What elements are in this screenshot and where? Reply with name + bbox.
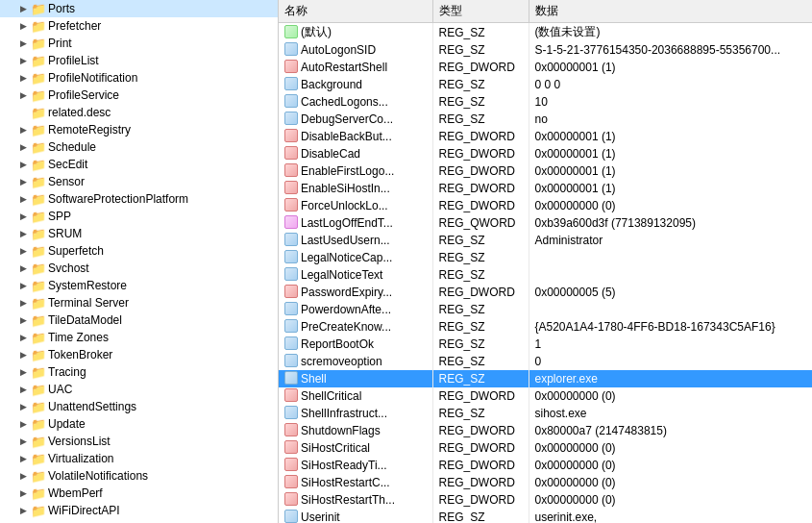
registry-row-autorestartshell[interactable]: AutoRestartShellREG_DWORD0x00000001 (1) bbox=[279, 59, 812, 76]
tree-expander-wbemperf[interactable]: ▶ bbox=[15, 486, 31, 501]
tree-expander-volatilenotifications[interactable]: ▶ bbox=[15, 468, 31, 484]
tree-item-superfetch[interactable]: ▶📁Superfetch bbox=[0, 242, 278, 260]
tree-item-secedit[interactable]: ▶📁SecEdit bbox=[0, 156, 278, 173]
tree-expander-profilenotification[interactable]: ▶ bbox=[15, 70, 31, 86]
tree-item-uac[interactable]: ▶📁UAC bbox=[0, 381, 278, 398]
tree-item-prefetcher[interactable]: ▶📁Prefetcher bbox=[0, 17, 278, 35]
tree-expander-wifidirectapi[interactable]: ▶ bbox=[15, 503, 31, 518]
tree-item-schedule[interactable]: ▶📁Schedule bbox=[0, 138, 278, 156]
tree-expander-tiledatamodel[interactable]: ▶ bbox=[15, 312, 31, 328]
registry-row-sihostreadyti[interactable]: SiHostReadyTi...REG_DWORD0x00000000 (0) bbox=[279, 457, 812, 474]
tree-item-timezones[interactable]: ▶📁Time Zones bbox=[0, 329, 278, 346]
tree-item-tiledatamodel[interactable]: ▶📁TileDataModel bbox=[0, 311, 278, 329]
tree-item-wifidirectapi[interactable]: ▶📁WiFiDirectAPI bbox=[0, 502, 278, 519]
tree-expander-terminalserver[interactable]: ▶ bbox=[15, 295, 31, 311]
tree-expander-ports[interactable]: ▶ bbox=[15, 1, 31, 16]
registry-row-legalnoticetext[interactable]: LegalNoticeTextREG_SZ bbox=[279, 266, 812, 284]
tree-expander-softwareprotectionplatform[interactable]: ▶ bbox=[15, 191, 31, 207]
tree-item-unattendsettings[interactable]: ▶📁UnattendSettings bbox=[0, 398, 278, 415]
tree-item-virtualization[interactable]: ▶📁Virtualization bbox=[0, 450, 278, 467]
tree-item-profilenotification[interactable]: ▶📁ProfileNotification bbox=[0, 69, 278, 87]
tree-label-secedit: SecEdit bbox=[48, 158, 87, 171]
registry-row-lastlogoffendt[interactable]: LastLogOffEndT...REG_QWORD0xb39a600d3f (… bbox=[279, 214, 812, 232]
registry-row-disablecad[interactable]: DisableCadREG_DWORD0x00000001 (1) bbox=[279, 145, 812, 162]
tree-item-print[interactable]: ▶📁Print bbox=[0, 35, 278, 52]
registry-row-cachedlogons[interactable]: CachedLogons...REG_SZ10 bbox=[279, 93, 812, 111]
registry-row-sihostrestartth[interactable]: SiHostRestartTh...REG_DWORD0x00000000 (0… bbox=[279, 491, 812, 509]
tree-item-profilelist[interactable]: ▶📁ProfileList bbox=[0, 52, 278, 69]
tree-expander-schedule[interactable]: ▶ bbox=[15, 139, 31, 155]
registry-row-enablefirstlogo[interactable]: EnableFirstLogo...REG_DWORD0x00000001 (1… bbox=[279, 162, 812, 180]
tree-expander-systemrestore[interactable]: ▶ bbox=[15, 278, 31, 293]
registry-cell-value-disablebackbut: 0x00000001 (1) bbox=[529, 128, 812, 145]
tree-expander-print[interactable]: ▶ bbox=[15, 36, 31, 51]
column-header-value[interactable]: 数据 bbox=[529, 0, 812, 23]
tree-item-tokenbroker[interactable]: ▶📁TokenBroker bbox=[0, 346, 278, 363]
tree-expander-superfetch[interactable]: ▶ bbox=[15, 243, 31, 259]
registry-icon-sz-precreateknow bbox=[284, 319, 298, 333]
registry-row-autologonsid[interactable]: AutoLogonSIDREG_SZS-1-5-21-3776154350-20… bbox=[279, 41, 812, 59]
tree-label-tokenbroker: TokenBroker bbox=[48, 348, 112, 361]
tree-expander-versionslist[interactable]: ▶ bbox=[15, 434, 31, 449]
tree-item-tracing[interactable]: ▶📁Tracing bbox=[0, 363, 278, 381]
registry-row-disablebackbut[interactable]: DisableBackBut...REG_DWORD0x00000001 (1) bbox=[279, 128, 812, 145]
registry-row-sihostrestartc[interactable]: SiHostRestartC...REG_DWORD0x00000000 (0) bbox=[279, 474, 812, 491]
column-header-type[interactable]: 类型 bbox=[432, 0, 529, 23]
tree-expander-tracing[interactable]: ▶ bbox=[15, 364, 31, 380]
registry-row-userinit[interactable]: UserinitREG_SZuserinit.exe, bbox=[279, 509, 812, 523]
tree-expander-prefetcher[interactable]: ▶ bbox=[15, 18, 31, 34]
tree-item-terminalserver[interactable]: ▶📁Terminal Server bbox=[0, 294, 278, 311]
tree-item-versionslist[interactable]: ▶📁VersionsList bbox=[0, 433, 278, 450]
registry-row-lastusedusern[interactable]: LastUsedUsern...REG_SZAdministrator bbox=[279, 232, 812, 249]
tree-expander-uac[interactable]: ▶ bbox=[15, 382, 31, 397]
registry-row-powerdownafte[interactable]: PowerdownAfte...REG_SZ bbox=[279, 301, 812, 318]
tree-item-systemrestore[interactable]: ▶📁SystemRestore bbox=[0, 277, 278, 294]
tree-expander-srum[interactable]: ▶ bbox=[15, 226, 31, 241]
tree-expander-spp[interactable]: ▶ bbox=[15, 209, 31, 224]
tree-expander-tokenbroker[interactable]: ▶ bbox=[15, 347, 31, 362]
tree-expander-virtualization[interactable]: ▶ bbox=[15, 451, 31, 466]
tree-item-volatilenotifications[interactable]: ▶📁VolatileNotifications bbox=[0, 467, 278, 485]
tree-expander-sensor[interactable]: ▶ bbox=[15, 174, 31, 189]
tree-item-windows[interactable]: ▶📁Windows bbox=[0, 519, 278, 523]
tree-expander-svchost[interactable]: ▶ bbox=[15, 261, 31, 276]
tree-expander-update[interactable]: ▶ bbox=[15, 416, 31, 432]
tree-expander-profilelist[interactable]: ▶ bbox=[15, 53, 31, 68]
tree-item-srum[interactable]: ▶📁SRUM bbox=[0, 225, 278, 242]
registry-row-passwordexpiry[interactable]: PasswordExpiry...REG_DWORD0x00000005 (5) bbox=[279, 284, 812, 301]
registry-row-enablesilostin[interactable]: EnableSiHostIn...REG_DWORD0x00000001 (1) bbox=[279, 180, 812, 197]
registry-row-background[interactable]: BackgroundREG_SZ0 0 0 bbox=[279, 76, 812, 93]
registry-cell-type-sihostcritical: REG_DWORD bbox=[432, 439, 529, 457]
tree-item-softwareprotectionplatform[interactable]: ▶📁SoftwareProtectionPlatform bbox=[0, 190, 278, 208]
registry-tree[interactable]: ▶📁Ports▶📁Prefetcher▶📁Print▶📁ProfileList▶… bbox=[0, 0, 279, 523]
registry-row-shellinfrastruc[interactable]: ShellInfrastruct...REG_SZsihost.exe bbox=[279, 405, 812, 422]
registry-row-sihostcritical[interactable]: SiHostCriticalREG_DWORD0x00000000 (0) bbox=[279, 439, 812, 457]
registry-row-shutdownflags[interactable]: ShutdownFlagsREG_DWORD0x80000a7 (2147483… bbox=[279, 422, 812, 439]
column-header-name[interactable]: 名称 bbox=[279, 0, 432, 23]
tree-expander-unattendsettings[interactable]: ▶ bbox=[15, 399, 31, 414]
registry-row-reportbootok[interactable]: ReportBootOkREG_SZ1 bbox=[279, 336, 812, 353]
tree-item-spp[interactable]: ▶📁SPP bbox=[0, 208, 278, 225]
tree-expander-profileservice[interactable]: ▶ bbox=[15, 87, 31, 103]
tree-item-ports[interactable]: ▶📁Ports bbox=[0, 0, 278, 17]
registry-row-shellcritical[interactable]: ShellCriticalREG_DWORD0x00000000 (0) bbox=[279, 387, 812, 405]
tree-item-remoteregistry[interactable]: ▶📁RemoteRegistry bbox=[0, 121, 278, 138]
registry-row-scremoveoption[interactable]: scremoveoptionREG_SZ0 bbox=[279, 353, 812, 370]
tree-item-wbemperf[interactable]: ▶📁WbemPerf bbox=[0, 485, 278, 502]
tree-item-update[interactable]: ▶📁Update bbox=[0, 415, 278, 433]
tree-item-related-desc[interactable]: 📁related.desc bbox=[0, 104, 278, 121]
tree-item-sensor[interactable]: ▶📁Sensor bbox=[0, 173, 278, 190]
registry-row-debugserverco[interactable]: DebugServerCo...REG_SZno bbox=[279, 111, 812, 128]
registry-cell-type-disablecad: REG_DWORD bbox=[432, 145, 529, 162]
registry-cell-value-shellinfrastruc: sihost.exe bbox=[529, 405, 812, 422]
registry-row-precreateknow[interactable]: PreCreateKnow...REG_SZ{A520A1A4-1780-4FF… bbox=[279, 318, 812, 336]
registry-row-legalnoticecap[interactable]: LegalNoticeCap...REG_SZ bbox=[279, 249, 812, 266]
tree-item-svchost[interactable]: ▶📁Svchost bbox=[0, 260, 278, 277]
registry-row-shell[interactable]: ShellREG_SZexplorer.exe bbox=[279, 370, 812, 387]
tree-expander-remoteregistry[interactable]: ▶ bbox=[15, 122, 31, 137]
registry-row-forceunlocklo[interactable]: ForceUnlockLo...REG_DWORD0x00000000 (0) bbox=[279, 197, 812, 214]
registry-row-default[interactable]: (默认)REG_SZ(数值未设置) bbox=[279, 23, 812, 42]
tree-expander-secedit[interactable]: ▶ bbox=[15, 157, 31, 172]
tree-expander-timezones[interactable]: ▶ bbox=[15, 330, 31, 345]
tree-item-profileservice[interactable]: ▶📁ProfileService bbox=[0, 87, 278, 104]
